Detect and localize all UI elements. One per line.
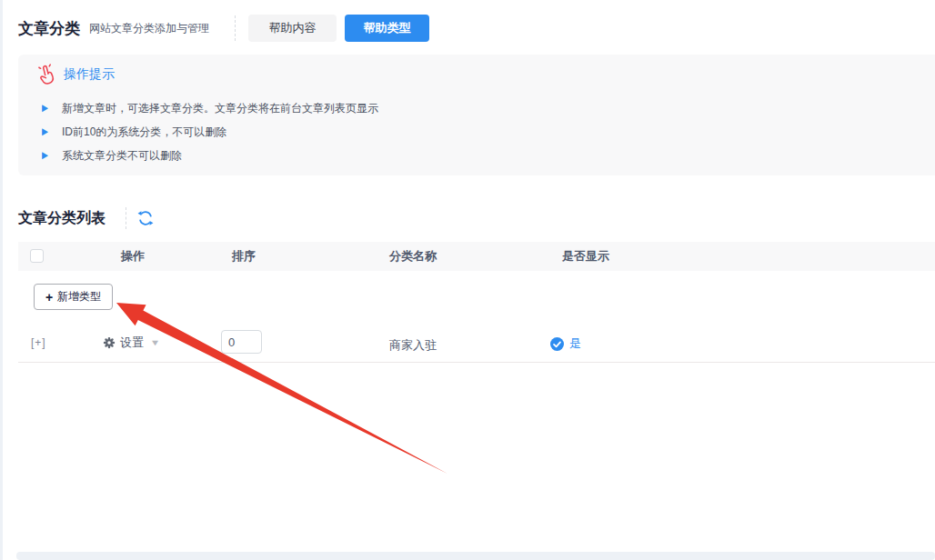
help-content-button[interactable]: 帮助内容 — [248, 15, 337, 42]
settings-label: 设置 — [120, 335, 144, 351]
category-name: 商家入驻 — [389, 337, 437, 354]
check-circle-icon — [550, 337, 564, 351]
list-title: 文章分类列表 — [18, 209, 106, 228]
expand-row-toggle[interactable]: [+] — [31, 336, 46, 349]
table-row: [+] 设置 ▼ 商家入驻 是 — [18, 325, 935, 363]
add-type-button-label: 新增类型 — [57, 289, 101, 305]
hand-pointer-icon — [34, 61, 60, 87]
chevron-down-icon: ▼ — [150, 338, 161, 347]
tip-text: 系统文章分类不可以删除 — [62, 148, 182, 164]
tip-text: ID前10的为系统分类，不可以删除 — [62, 125, 226, 140]
tip-item: ▶ 新增文章时，可选择文章分类。文章分类将在前台文章列表页显示 — [42, 96, 378, 120]
bullet-triangle-icon: ▶ — [42, 150, 62, 161]
header-divider — [235, 15, 236, 41]
page-left-edge — [0, 0, 3, 560]
page-header: 文章分类 网站文章分类添加与管理 帮助内容 帮助类型 — [18, 13, 429, 44]
column-header-show: 是否显示 — [562, 242, 609, 271]
tip-item: ▶ 系统文章分类不可以删除 — [42, 144, 378, 167]
page-title: 文章分类 — [18, 18, 80, 39]
help-type-button[interactable]: 帮助类型 — [345, 15, 429, 42]
plus-icon: + — [45, 290, 53, 305]
select-all-checkbox[interactable] — [30, 249, 44, 263]
tip-item: ▶ ID前10的为系统分类，不可以删除 — [42, 120, 378, 144]
page-subtitle: 网站文章分类添加与管理 — [89, 21, 209, 36]
refresh-icon — [137, 210, 154, 226]
horizontal-scrollbar[interactable] — [16, 552, 935, 560]
article-category-page: 文章分类 网站文章分类添加与管理 帮助内容 帮助类型 操作提示 ▶ 新增文章时，… — [0, 0, 935, 560]
tips-title: 操作提示 — [64, 66, 115, 83]
add-type-button[interactable]: + 新增类型 — [34, 284, 113, 310]
settings-dropdown[interactable]: 设置 ▼ — [103, 335, 159, 351]
gear-icon — [103, 336, 116, 349]
list-divider — [126, 207, 126, 229]
bullet-triangle-icon: ▶ — [42, 126, 62, 137]
column-header-name: 分类名称 — [389, 242, 437, 271]
list-section-header: 文章分类列表 — [18, 205, 156, 231]
visibility-status: 是 — [550, 335, 581, 352]
table-header: 操作 排序 分类名称 是否显示 — [18, 242, 935, 271]
column-header-sort: 排序 — [232, 242, 256, 271]
bullet-triangle-icon: ▶ — [42, 103, 62, 114]
visibility-status-label: 是 — [569, 335, 581, 352]
sort-input[interactable] — [221, 330, 262, 354]
tips-list: ▶ 新增文章时，可选择文章分类。文章分类将在前台文章列表页显示 ▶ ID前10的… — [42, 96, 378, 167]
tips-panel: 操作提示 ▶ 新增文章时，可选择文章分类。文章分类将在前台文章列表页显示 ▶ I… — [18, 55, 935, 175]
tips-header: 操作提示 — [36, 64, 115, 85]
refresh-button[interactable] — [137, 209, 156, 227]
column-header-operation: 操作 — [121, 242, 145, 271]
tip-text: 新增文章时，可选择文章分类。文章分类将在前台文章列表页显示 — [62, 101, 378, 116]
